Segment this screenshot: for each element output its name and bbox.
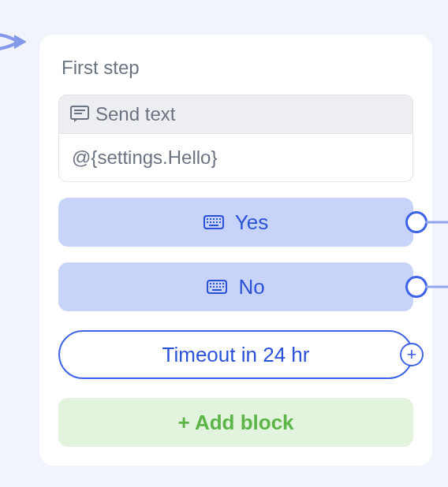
timeout-button[interactable]: Timeout in 24 hr + <box>58 330 413 379</box>
message-icon <box>70 106 89 123</box>
svg-rect-13 <box>219 221 221 223</box>
svg-rect-20 <box>222 283 224 284</box>
connector-yes[interactable] <box>405 211 427 233</box>
svg-rect-8 <box>219 218 221 220</box>
svg-rect-10 <box>210 221 211 223</box>
svg-rect-26 <box>212 289 222 291</box>
svg-rect-5 <box>210 218 211 220</box>
keyboard-icon <box>203 215 224 229</box>
svg-rect-4 <box>207 218 208 220</box>
incoming-arrow <box>0 28 39 59</box>
send-text-block[interactable]: Send text @{settings.Hello} <box>58 95 413 182</box>
svg-rect-24 <box>219 286 221 288</box>
svg-rect-9 <box>207 221 208 223</box>
add-block-button[interactable]: + Add block <box>58 398 413 447</box>
svg-rect-17 <box>213 283 215 284</box>
svg-rect-14 <box>209 225 218 226</box>
send-text-body[interactable]: @{settings.Hello} <box>58 134 413 182</box>
svg-rect-18 <box>216 283 218 284</box>
connector-line <box>425 286 448 288</box>
svg-rect-16 <box>210 283 211 284</box>
connector-no[interactable] <box>405 276 427 298</box>
reply-no-button[interactable]: No <box>58 262 413 311</box>
send-text-header: Send text <box>58 95 413 134</box>
svg-rect-6 <box>213 218 215 220</box>
add-block-label: + Add block <box>177 411 293 435</box>
step-title: First step <box>58 57 413 79</box>
send-text-label: Send text <box>95 103 175 125</box>
reply-yes-button[interactable]: Yes <box>58 198 413 247</box>
step-card[interactable]: First step Send text @{settings.Hello} <box>39 35 432 466</box>
plus-icon[interactable]: + <box>400 343 424 366</box>
reply-yes-label: Yes <box>235 210 268 235</box>
svg-rect-11 <box>213 221 215 223</box>
keyboard-icon <box>207 280 227 294</box>
timeout-label: Timeout in 24 hr <box>162 343 310 367</box>
reply-no-label: No <box>238 275 264 299</box>
svg-rect-21 <box>210 286 211 288</box>
svg-rect-25 <box>222 286 224 288</box>
svg-rect-19 <box>219 283 221 284</box>
connector-line <box>425 221 448 224</box>
svg-rect-23 <box>216 286 218 288</box>
svg-rect-7 <box>216 218 218 220</box>
svg-rect-12 <box>216 221 218 223</box>
svg-rect-22 <box>213 286 215 288</box>
